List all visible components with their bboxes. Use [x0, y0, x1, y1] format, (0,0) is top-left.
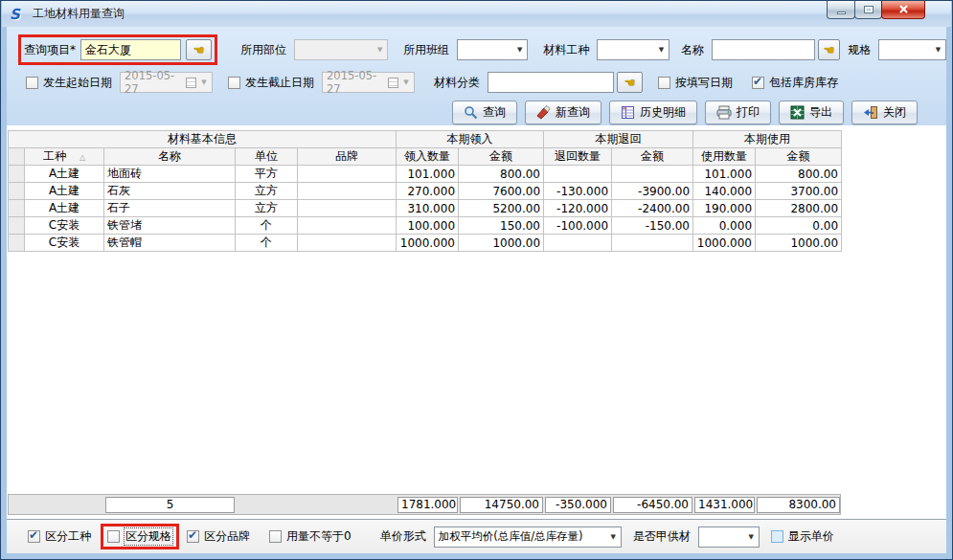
show-unit-price-checkbox[interactable] — [771, 530, 783, 543]
group-header-used[interactable]: 本期使用 — [693, 131, 842, 148]
print-button[interactable]: 打印 — [705, 101, 771, 124]
cell[interactable] — [612, 166, 693, 183]
row-selector[interactable] — [9, 183, 25, 200]
name-lookup-button[interactable]: ☚ — [818, 39, 840, 60]
history-detail-button[interactable]: 历史明细 — [609, 101, 697, 124]
distinguish-trade-checkbox[interactable] — [28, 530, 40, 543]
cell[interactable]: 2800.00 — [756, 200, 842, 217]
cell[interactable] — [298, 217, 397, 235]
cell[interactable] — [544, 235, 612, 252]
project-lookup-button[interactable]: ☚ — [186, 39, 212, 60]
project-input[interactable] — [80, 39, 181, 60]
minimize-button[interactable] — [827, 1, 855, 19]
cell[interactable]: 1000.000 — [693, 235, 756, 252]
new-query-button[interactable]: 新查询 — [525, 101, 601, 124]
group-header-material-info[interactable]: 材料基本信息 — [9, 131, 397, 148]
column-header-used-amount[interactable]: 金额 — [756, 148, 842, 166]
cell[interactable] — [612, 235, 693, 252]
close-form-button[interactable]: 关闭 — [851, 101, 918, 124]
start-date-checkbox[interactable] — [26, 77, 38, 89]
cell[interactable]: 150.00 — [459, 217, 544, 235]
table-row[interactable]: A土建石子立方310.0005200.00-120.000-2400.00190… — [9, 200, 842, 217]
by-fill-date-checkbox[interactable] — [658, 77, 670, 89]
cell[interactable]: 101.000 — [693, 166, 756, 183]
cell[interactable]: 个 — [236, 217, 298, 235]
cell[interactable]: A土建 — [25, 183, 104, 200]
cell[interactable]: 石灰 — [104, 183, 236, 200]
cell[interactable]: 310.000 — [397, 200, 459, 217]
cell[interactable]: 个 — [236, 235, 298, 252]
cell[interactable]: A土建 — [25, 166, 104, 183]
material-category-lookup-button[interactable]: ☚ — [617, 72, 643, 93]
column-header-name[interactable]: 名称 — [104, 148, 236, 166]
cell[interactable] — [298, 235, 397, 252]
cell[interactable]: 190.000 — [693, 200, 756, 217]
cell[interactable]: 1000.000 — [397, 235, 459, 252]
cell[interactable] — [298, 183, 397, 200]
cell[interactable]: 270.000 — [397, 183, 459, 200]
cell[interactable]: 800.00 — [459, 166, 544, 183]
cell[interactable]: 立方 — [236, 200, 298, 217]
column-header-received-qty[interactable]: 领入数量 — [397, 148, 459, 166]
table-row[interactable]: A土建地面砖平方101.000800.00101.000800.00 — [9, 166, 842, 183]
price-form-select[interactable]: 加权平均价(总库值/总库存量) ▼ — [434, 526, 622, 548]
title-bar[interactable]: S 工地材料用量查询 — [2, 1, 951, 27]
cell[interactable]: 140.000 — [693, 183, 756, 200]
table-row[interactable]: A土建石灰立方270.0007600.00-130.000-3900.00140… — [9, 183, 842, 200]
cell[interactable]: -150.00 — [612, 217, 693, 235]
export-button[interactable]: 导出 — [779, 101, 844, 124]
cell[interactable]: C安装 — [25, 217, 104, 235]
cell[interactable]: 0.00 — [756, 217, 842, 235]
cell[interactable]: -3900.00 — [612, 183, 693, 200]
end-date-checkbox[interactable] — [228, 77, 240, 89]
cell[interactable] — [544, 166, 612, 183]
row-selector[interactable] — [9, 166, 25, 183]
cell[interactable]: 石子 — [104, 200, 236, 217]
column-header-received-amount[interactable]: 金额 — [459, 148, 544, 166]
close-button[interactable] — [881, 1, 925, 19]
cell[interactable]: 800.00 — [756, 166, 842, 183]
cell[interactable]: -120.000 — [544, 200, 612, 217]
group-header-returned[interactable]: 本期退回 — [544, 131, 693, 148]
spec-select[interactable]: ▼ — [878, 39, 946, 60]
cell[interactable]: A土建 — [25, 200, 104, 217]
row-selector[interactable] — [9, 235, 25, 252]
table-row[interactable]: C安装铁管堵个100.000150.00-100.000-150.000.000… — [9, 217, 842, 235]
cell[interactable]: 1000.00 — [459, 235, 544, 252]
column-header-returned-amount[interactable]: 金额 — [612, 148, 693, 166]
column-header-unit[interactable]: 单位 — [236, 148, 298, 166]
cell[interactable]: -2400.00 — [612, 200, 693, 217]
name-input[interactable] — [712, 39, 815, 60]
material-category-input[interactable] — [488, 72, 614, 93]
owner-supplied-select[interactable]: ▼ — [698, 526, 760, 548]
material-trade-select[interactable]: ▼ — [597, 39, 669, 60]
cell[interactable]: 0.000 — [693, 217, 756, 235]
team-select[interactable]: ▼ — [457, 39, 528, 60]
cell[interactable]: -130.000 — [544, 183, 612, 200]
distinguish-spec-checkbox[interactable] — [107, 530, 120, 543]
cell[interactable]: 铁管帽 — [104, 235, 236, 252]
row-selector[interactable] — [9, 200, 25, 217]
cell[interactable]: 7600.00 — [459, 183, 544, 200]
include-warehouse-checkbox[interactable] — [752, 77, 764, 89]
row-selector[interactable] — [9, 217, 25, 235]
cell[interactable]: 立方 — [236, 183, 298, 200]
cell[interactable]: 101.000 — [397, 166, 459, 183]
start-date-picker[interactable]: 2015-05-27 ▼ — [120, 72, 213, 93]
column-header-trade[interactable]: 工种△ — [25, 148, 104, 166]
cell[interactable]: 平方 — [236, 166, 298, 183]
query-button[interactable]: 查询 — [452, 101, 517, 124]
distinguish-brand-checkbox[interactable] — [187, 530, 199, 543]
cell[interactable]: 1000.00 — [756, 235, 842, 252]
cell[interactable]: 地面砖 — [104, 166, 236, 183]
table-row[interactable]: C安装铁管帽个1000.0001000.001000.0001000.00 — [9, 235, 842, 252]
end-date-picker[interactable]: 2015-05-27 ▼ — [322, 72, 415, 93]
cell[interactable] — [298, 166, 397, 183]
cell[interactable]: 3700.00 — [756, 183, 842, 200]
cell[interactable]: 100.000 — [397, 217, 459, 235]
cell[interactable]: -100.000 — [544, 217, 612, 235]
usage-nonzero-checkbox[interactable] — [269, 530, 282, 543]
cell[interactable] — [298, 200, 397, 217]
cell[interactable]: 5200.00 — [459, 200, 544, 217]
column-header-used-qty[interactable]: 使用数量 — [693, 148, 756, 166]
